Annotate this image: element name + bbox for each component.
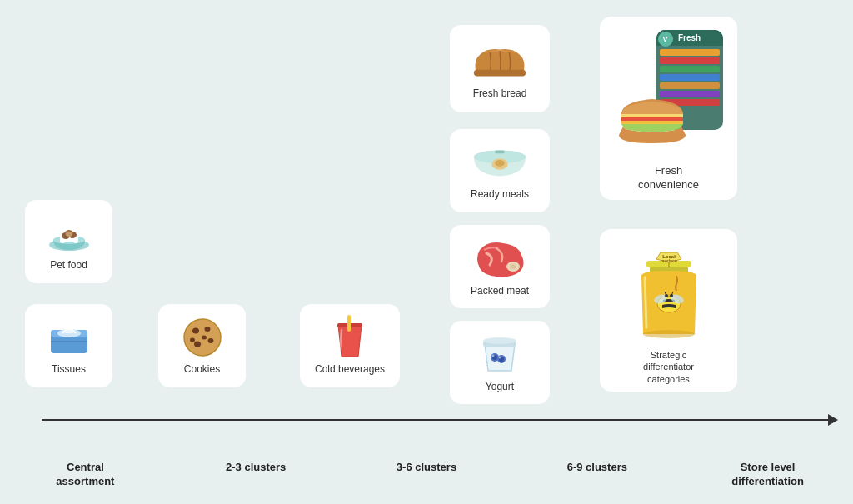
axis-arrow [828,414,838,426]
svg-point-22 [190,338,195,342]
svg-point-18 [204,327,210,332]
main-container: Pet food Tissues [0,0,853,504]
central-assortment-label: Centralassortment [0,461,171,489]
svg-rect-30 [495,151,505,154]
ready-meals-card: Ready meals [450,129,550,212]
clusters-69-label: 6-9 clusters [511,461,682,475]
store-level-label: Store leveldifferentiation [682,461,853,489]
cookies-icon [177,317,227,358]
svg-point-39 [492,355,495,357]
cookies-label: Cookies [184,363,220,377]
svg-point-6 [73,238,78,243]
clusters-36-label: 3-6 clusters [342,461,512,475]
svg-point-17 [192,328,199,334]
pet-food-icon [44,212,94,254]
yogurt-card: Yogurt [450,321,550,404]
fresh-convenience-card: Fresh V [600,17,737,200]
pet-food-card: Pet food [25,200,112,283]
svg-point-32 [510,264,516,269]
fresh-bread-label: Fresh bread [473,87,527,101]
cookies-card: Cookies [158,304,246,387]
fresh-bread-card: Fresh bread [450,25,550,112]
svg-point-4 [60,238,65,243]
svg-point-20 [194,342,201,347]
cold-beverages-card: Cold beverages [300,304,400,387]
column-labels: Centralassortment 2-3 clusters 3-6 clust… [0,461,853,489]
ready-meals-icon [471,142,529,183]
svg-point-34 [483,337,516,344]
packed-meat-icon [471,237,528,280]
svg-point-21 [202,336,207,340]
clusters-23-label: 2-3 clusters [171,461,342,475]
cold-beverages-label: Cold beverages [315,363,385,377]
svg-point-10 [66,232,72,237]
svg-point-40 [499,357,501,359]
svg-point-29 [495,160,505,167]
tissues-icon [44,317,94,358]
svg-point-54 [643,330,695,338]
tissues-card: Tissues [25,304,112,387]
yogurt-label: Yogurt [486,381,514,394]
strategic-differentiator-label: Strategicdifferentiatorcategories [643,349,694,385]
axis-line [42,419,836,421]
fresh-bread-icon [471,39,529,82]
tissues-label: Tissues [52,363,86,377]
cold-beverages-icon [325,317,375,358]
yogurt-icon [476,332,523,376]
svg-point-19 [207,338,213,343]
packed-meat-card: Packed meat [450,225,550,308]
ready-meals-label: Ready meals [471,188,529,202]
packed-meat-label: Packed meat [471,285,529,298]
strategic-card: Local produce [600,229,737,392]
svg-rect-24 [347,315,351,332]
fresh-convenience-label: Freshconvenience [638,164,699,192]
svg-rect-25 [474,69,526,76]
pet-food-label: Pet food [50,259,87,272]
